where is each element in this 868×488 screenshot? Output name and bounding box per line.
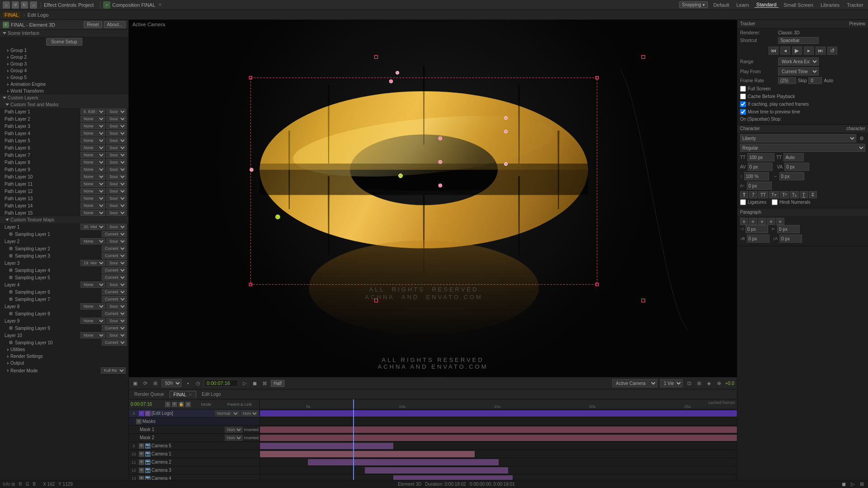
justify-all-button[interactable]: ≡ xyxy=(776,218,784,225)
path-source-select[interactable]: Source xyxy=(106,145,127,151)
tl-ctrl-2[interactable]: ⟳ xyxy=(142,380,149,387)
tex-layer-row-16[interactable]: Sampling Layer 10 Current Time xyxy=(0,339,128,346)
breadcrumb-final[interactable]: FINAL xyxy=(3,12,20,18)
tl-lock-icon[interactable]: 🔒 xyxy=(179,402,184,407)
tex-layer-row-3[interactable]: Sampling Layer 2 Current Time xyxy=(0,245,128,252)
tl-ctrl-11[interactable]: ◈ xyxy=(705,380,712,387)
path-layer-row-11[interactable]: Path Layer 11 None Source xyxy=(0,180,128,188)
camera1-row[interactable]: 10 👁 📷 Camera 1 xyxy=(129,450,259,458)
path-preset-select[interactable]: None xyxy=(80,159,105,165)
animation-engine-item[interactable]: Animation Engine xyxy=(0,81,128,88)
expand-masks-icon[interactable]: ▾ xyxy=(136,419,142,424)
vis-10[interactable]: 👁 xyxy=(139,451,144,457)
zoom-select[interactable]: 50% xyxy=(161,379,182,387)
tl-ctrl-6[interactable]: ▷ xyxy=(241,380,248,387)
tex-preset-select[interactable]: None xyxy=(80,318,105,324)
bottom-icon-3[interactable]: ⊞ xyxy=(858,481,865,488)
render-mode-select[interactable]: Full Render xyxy=(101,367,126,374)
path-layer-row-7[interactable]: Path Layer 7 None Source xyxy=(0,151,128,159)
move-time-check[interactable] xyxy=(740,109,746,115)
path-layer-row-13[interactable]: Path Layer 13 None Source xyxy=(0,195,128,202)
vis-9[interactable]: 👁 xyxy=(139,443,144,449)
camera5-row[interactable]: 9 👁 📷 Camera 5 xyxy=(129,442,259,450)
camera2-row[interactable]: 11 👁 📷 Camera 2 xyxy=(129,458,259,466)
tl-expand-icon[interactable]: ⊞ xyxy=(185,402,191,407)
render-settings-item[interactable]: Render Settings xyxy=(0,353,128,360)
mask1-row[interactable]: Mask 1 None Inverted xyxy=(129,426,259,434)
custom-layers-toggle[interactable]: Custom Layers xyxy=(0,94,128,101)
skip-input[interactable] xyxy=(808,77,822,84)
group1-item[interactable]: Group 1 xyxy=(0,47,128,54)
group3-item[interactable]: Group 3 xyxy=(0,61,128,67)
path-preset-select[interactable]: None xyxy=(80,130,105,136)
bottom-icon-2[interactable]: ▷ xyxy=(849,481,856,488)
tex-source-select[interactable]: Source xyxy=(106,282,127,288)
tex-layer-row-2[interactable]: Layer 2 None Source xyxy=(0,238,128,245)
tl-ctrl-7[interactable]: ◼ xyxy=(251,380,258,387)
path-layer-row-9[interactable]: Path Layer 9 None Source xyxy=(0,166,128,173)
path-preset-select[interactable]: None xyxy=(80,166,105,173)
tex-layer-row-15[interactable]: Layer 10 None Source xyxy=(0,332,128,339)
path-source-select[interactable]: Source xyxy=(106,195,127,202)
tl-tab-edit-logo[interactable]: Edit Logo xyxy=(198,391,224,398)
font-select[interactable]: Liberty xyxy=(740,134,856,142)
control-dot-2[interactable] xyxy=(504,116,508,120)
space-after-input[interactable] xyxy=(779,235,802,243)
cache-before-check[interactable] xyxy=(740,94,746,99)
workspace-tracker[interactable]: Tracker xyxy=(845,2,865,8)
path-preset-select[interactable]: None xyxy=(80,152,105,158)
control-dot-4[interactable] xyxy=(504,162,508,166)
path-preset-select[interactable]: None xyxy=(80,116,105,122)
custom-text-masks-toggle[interactable]: Custom Text and Masks xyxy=(0,101,128,108)
font-size-input[interactable] xyxy=(747,153,774,161)
camera3-row[interactable]: 12 👁 📷 Camera 3 xyxy=(129,466,259,474)
close-comp-icon[interactable]: ✕ xyxy=(158,2,162,7)
playhead[interactable] xyxy=(353,399,354,409)
home-icon[interactable]: ⌂ xyxy=(3,1,10,9)
workspace-libraries[interactable]: Libraries xyxy=(819,2,841,8)
cursor-dot[interactable] xyxy=(398,174,403,178)
tl-ctrl-12[interactable]: ⊕ xyxy=(715,380,722,387)
group2-item[interactable]: Group 2 xyxy=(0,54,128,61)
font-settings-icon[interactable]: ⚙ xyxy=(858,135,865,142)
tl-ctrl-8[interactable]: ⊠ xyxy=(261,380,268,387)
sampling-time-select[interactable]: Current Time xyxy=(102,253,127,259)
project-label[interactable]: Project xyxy=(78,2,94,8)
tex-preset-select[interactable]: None xyxy=(80,332,105,338)
tex-layer-row-13[interactable]: Layer 9 None Source xyxy=(0,317,128,324)
tl-tab-render-queue[interactable]: Render Queue xyxy=(131,391,168,398)
path-source-select[interactable]: Source xyxy=(106,210,127,216)
tex-layer-row-14[interactable]: Sampling Layer 9 Current Time xyxy=(0,324,128,332)
snapping-button[interactable]: Snapping ▾ xyxy=(679,1,708,8)
underline-button[interactable]: T xyxy=(800,191,808,198)
align-center-button[interactable]: ≡ xyxy=(749,218,757,225)
tex-layer-row-0[interactable]: Layer 1 20. Metal Text Source xyxy=(0,223,128,230)
path-preset-select[interactable]: None xyxy=(80,210,105,216)
path-preset-select[interactable]: None xyxy=(80,188,105,194)
camera-select[interactable]: Active Camera xyxy=(612,379,657,387)
close-final-tab-icon[interactable]: ✕ xyxy=(189,393,192,397)
align-right-button[interactable]: ≡ xyxy=(758,218,766,225)
path-source-select[interactable]: Source xyxy=(106,159,127,165)
path-layer-row-6[interactable]: Path Layer 6 None Source xyxy=(0,144,128,151)
path-layer-row-4[interactable]: Path Layer 4 None Source xyxy=(0,130,128,137)
path-preset-select[interactable]: None xyxy=(80,137,105,144)
path-preset-select[interactable]: None xyxy=(80,123,105,129)
tex-preset-select[interactable]: None xyxy=(80,282,105,288)
world-transform-item[interactable]: World Transform xyxy=(0,88,128,94)
search-icon[interactable]: ⌕ xyxy=(30,1,37,9)
tl-ctrl-1[interactable]: ▣ xyxy=(132,380,139,387)
path-layer-row-2[interactable]: Path Layer 2 None Source xyxy=(0,115,128,122)
mask2-select[interactable]: None xyxy=(225,435,243,441)
tl-solo-icon[interactable]: S xyxy=(165,402,170,407)
camera4-row[interactable]: 13 👁 📷 Camera 4 xyxy=(129,474,259,480)
tl-eye-icon[interactable]: 👁 xyxy=(172,402,177,407)
tex-preset-select[interactable]: 19. None xyxy=(80,260,105,266)
sampling-time-select[interactable]: Current Time xyxy=(102,274,127,281)
path-source-select[interactable]: Source xyxy=(106,130,127,136)
tl-tab-final[interactable]: FINAL ✕ xyxy=(170,391,197,398)
path-preset-select[interactable]: 6. Edit Logo xyxy=(80,108,105,115)
bottom-icon-1[interactable]: ◼ xyxy=(840,481,847,488)
workspace-small[interactable]: Small Screen xyxy=(782,2,815,8)
indent-right-input[interactable] xyxy=(777,225,800,233)
